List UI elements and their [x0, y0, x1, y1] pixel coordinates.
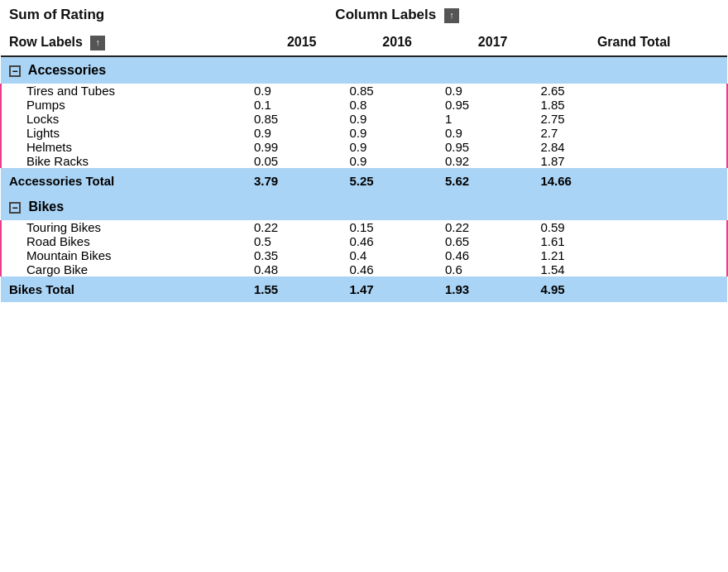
pumps-2016: 0.8	[349, 98, 444, 112]
road-bikes-grand: 1.61	[540, 234, 727, 248]
helmets-2016: 0.9	[349, 140, 444, 154]
locks-2017: 1	[445, 112, 540, 126]
bikes-category-text: Bikes	[28, 199, 64, 214]
touring-bikes-2016: 0.15	[349, 220, 444, 234]
lights-grand: 2.7	[540, 126, 727, 140]
helmets-row: Helmets 0.99 0.9 0.95 2.84	[1, 140, 727, 154]
touring-bikes-2015: 0.22	[254, 220, 349, 234]
mountain-bikes-2016: 0.4	[349, 248, 444, 262]
road-bikes-row: Road Bikes 0.5 0.46 0.65 1.61	[1, 234, 727, 248]
touring-bikes-row: Touring Bikes 0.22 0.15 0.22 0.59	[1, 220, 727, 234]
helmets-2017: 0.95	[445, 140, 540, 154]
accessories-category-row: − Accessories	[1, 56, 727, 84]
mountain-bikes-2017: 0.46	[445, 248, 540, 262]
accessories-total-2015: 3.79	[254, 168, 349, 194]
accessories-total-2017: 5.62	[445, 168, 540, 194]
road-bikes-2017: 0.65	[445, 234, 540, 248]
pumps-2017: 0.95	[445, 98, 540, 112]
bikes-label: − Bikes	[1, 194, 727, 220]
header-row-2: Row Labels ↑ 2015 2016 2017 Grand Total	[1, 30, 727, 56]
cargo-bike-2016: 0.46	[349, 262, 444, 276]
touring-bikes-label: Touring Bikes	[1, 220, 254, 234]
road-bikes-2016: 0.46	[349, 234, 444, 248]
bike-racks-2016: 0.9	[349, 154, 444, 168]
mountain-bikes-2015: 0.35	[254, 248, 349, 262]
accessories-total-label: Accessories Total	[1, 168, 254, 194]
year-2017-header: 2017	[445, 30, 540, 56]
bikes-category-row: − Bikes	[1, 194, 727, 220]
locks-grand: 2.75	[540, 112, 727, 126]
cargo-bike-grand: 1.54	[540, 262, 727, 276]
bike-racks-2015: 0.05	[254, 154, 349, 168]
row-labels-header: Row Labels ↑	[1, 30, 254, 56]
bike-racks-2017: 0.92	[445, 154, 540, 168]
header-row-1: Sum of Rating Column Labels ↑	[1, 0, 727, 30]
pumps-row: Pumps 0.1 0.8 0.95 1.85	[1, 98, 727, 112]
accessories-collapse-icon[interactable]: −	[9, 65, 21, 77]
lights-2016: 0.9	[349, 126, 444, 140]
lights-label: Lights	[1, 126, 254, 140]
cargo-bike-row: Cargo Bike 0.48 0.46 0.6 1.54	[1, 262, 727, 276]
tires-tubes-grand: 2.65	[540, 84, 727, 98]
tires-tubes-label: Tires and Tubes	[1, 84, 254, 98]
road-bikes-label: Road Bikes	[1, 234, 254, 248]
empty-header	[540, 0, 727, 30]
bike-racks-row: Bike Racks 0.05 0.9 0.92 1.87	[1, 154, 727, 168]
bikes-total-2017: 1.93	[445, 276, 540, 302]
bike-racks-grand: 1.87	[540, 154, 727, 168]
tires-tubes-2016: 0.85	[349, 84, 444, 98]
cargo-bike-label: Cargo Bike	[1, 262, 254, 276]
bikes-total-grand: 4.95	[540, 276, 727, 302]
lights-row: Lights 0.9 0.9 0.9 2.7	[1, 126, 727, 140]
tires-tubes-2017: 0.9	[445, 84, 540, 98]
locks-2015: 0.85	[254, 112, 349, 126]
helmets-label: Helmets	[1, 140, 254, 154]
year-2016-header: 2016	[349, 30, 444, 56]
sort-button-row[interactable]: ↑	[90, 36, 105, 50]
accessories-total-2016: 5.25	[349, 168, 444, 194]
accessories-label: − Accessories	[1, 56, 727, 84]
bikes-total-2015: 1.55	[254, 276, 349, 302]
sort-button-col[interactable]: ↑	[444, 8, 459, 23]
helmets-grand: 2.84	[540, 140, 727, 154]
cargo-bike-2017: 0.6	[445, 262, 540, 276]
grand-total-header: Grand Total	[540, 30, 727, 56]
bikes-total-label: Bikes Total	[1, 276, 254, 302]
touring-bikes-grand: 0.59	[540, 220, 727, 234]
lights-2017: 0.9	[445, 126, 540, 140]
locks-label: Locks	[1, 112, 254, 126]
mountain-bikes-grand: 1.21	[540, 248, 727, 262]
locks-2016: 0.9	[349, 112, 444, 126]
tires-tubes-2015: 0.9	[254, 84, 349, 98]
row-labels-text: Row Labels	[9, 35, 83, 49]
year-2015-header: 2015	[254, 30, 349, 56]
helmets-2015: 0.99	[254, 140, 349, 154]
accessories-category-text: Accessories	[28, 63, 106, 77]
mountain-bikes-row: Mountain Bikes 0.35 0.4 0.46 1.21	[1, 248, 727, 262]
column-labels-text: Column Labels	[335, 7, 436, 22]
column-labels-header: Column Labels ↑	[254, 0, 540, 30]
bikes-total-2016: 1.47	[349, 276, 444, 302]
accessories-total-grand: 14.66	[540, 168, 727, 194]
bike-racks-label: Bike Racks	[1, 154, 254, 168]
accessories-total-row: Accessories Total 3.79 5.25 5.62 14.66	[1, 168, 727, 194]
locks-row: Locks 0.85 0.9 1 2.75	[1, 112, 727, 126]
sum-of-rating-label: Sum of Rating	[1, 0, 254, 30]
road-bikes-2015: 0.5	[254, 234, 349, 248]
bikes-collapse-icon[interactable]: −	[9, 202, 21, 214]
pumps-grand: 1.85	[540, 98, 727, 112]
cargo-bike-2015: 0.48	[254, 262, 349, 276]
pumps-label: Pumps	[1, 98, 254, 112]
mountain-bikes-label: Mountain Bikes	[1, 248, 254, 262]
pivot-table: Sum of Rating Column Labels ↑ Row Labels…	[0, 0, 728, 302]
bikes-total-row: Bikes Total 1.55 1.47 1.93 4.95	[1, 276, 727, 302]
pumps-2015: 0.1	[254, 98, 349, 112]
lights-2015: 0.9	[254, 126, 349, 140]
touring-bikes-2017: 0.22	[445, 220, 540, 234]
tires-tubes-row: Tires and Tubes 0.9 0.85 0.9 2.65	[1, 84, 727, 98]
